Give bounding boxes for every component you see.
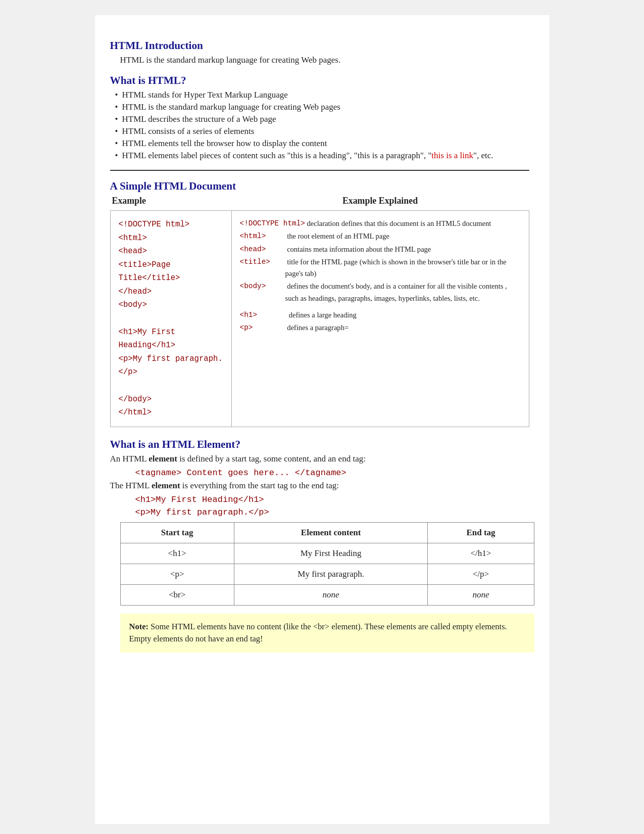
explain-code-body: <body> [240, 281, 285, 292]
element-para2-end: is everything from the start tag to the … [180, 481, 339, 490]
section-divider [110, 170, 529, 171]
code-line-1: <!DOCTYPE html> [119, 218, 223, 231]
table-cell-content-br: none [234, 584, 428, 605]
code-line-6: <body> [119, 298, 223, 312]
table-cell-end-p: </p> [428, 564, 534, 584]
explain-text-title: title for the HTML page (which is shown … [285, 256, 521, 280]
element-para1-start: An HTML [110, 454, 149, 464]
element-code-p: <p>My first paragraph.</p> [135, 507, 529, 517]
element-para2: The HTML element is everything from the … [110, 481, 529, 491]
explain-code-html: <html> [240, 230, 285, 242]
example-label: Example [110, 196, 231, 206]
code-line-9: </body> [119, 393, 223, 406]
explain-code-p: <p> [240, 322, 285, 334]
explained-label: Example Explained [231, 196, 529, 206]
note-box: Note: Some HTML elements have no content… [120, 614, 534, 653]
list-item: HTML stands for Hyper Text Markup Langua… [115, 90, 529, 100]
table-cell-start-h1: <h1> [120, 543, 234, 564]
list-item: HTML is the standard markup language for… [115, 102, 529, 112]
explain-text-head: contains meta information about the HTML… [285, 244, 431, 255]
explain-text-html: the root element of an HTML page [285, 230, 389, 242]
code-line-7: <h1>My First Heading</h1> [119, 326, 223, 352]
table-header-end: End tag [428, 522, 534, 543]
inline-link[interactable]: this is a link [431, 151, 473, 160]
explain-row-h1: <h1> defines a large heading [240, 309, 521, 321]
explain-text-body-main: defines the document's body, and is a co… [285, 281, 507, 292]
main-heading: HTML Introduction [110, 39, 529, 52]
code-line-blank1 [119, 312, 223, 326]
example-header: Example Example Explained [110, 196, 529, 206]
explain-row-p: <p> defines a paragraph= [240, 322, 521, 334]
table-cell-end-h1: </h1> [428, 543, 534, 564]
html-bullet-list: HTML stands for Hyper Text Markup Langua… [115, 90, 529, 161]
explain-text-body-indent: such as headings, paragraphs, images, hy… [285, 293, 521, 304]
code-line-3: <head> [119, 245, 223, 258]
element-table: Start tag Element content End tag <h1> M… [120, 522, 534, 606]
none-italic-1: none [323, 590, 339, 599]
what-is-html-heading: What is HTML? [110, 74, 529, 87]
list-item: HTML describes the structure of a Web pa… [115, 114, 529, 124]
table-row: <h1> My First Heading </h1> [120, 543, 534, 564]
html-element-section: What is an HTML Element? An HTML element… [110, 438, 529, 653]
code-line-5: </head> [119, 285, 223, 299]
element-heading: What is an HTML Element? [110, 438, 529, 451]
table-header-row: Start tag Element content End tag [120, 522, 534, 543]
note-text: Some HTML elements have no content (like… [129, 622, 507, 644]
explain-row-head: <head> contains meta information about t… [240, 244, 521, 255]
element-bold2: element [152, 481, 180, 490]
code-line-8: <p>My first paragraph.</p> [119, 352, 223, 379]
table-header-start: Start tag [120, 522, 234, 543]
code-line-2: <html> [119, 231, 223, 245]
intro-paragraph: HTML is the standard markup language for… [120, 55, 529, 65]
simple-doc-section: A Simple HTML Document Example Example E… [110, 180, 529, 427]
element-para1: An HTML element is defined by a start ta… [110, 454, 529, 464]
element-para2-start: The HTML [110, 481, 152, 490]
table-cell-start-br: <br> [120, 584, 234, 605]
code-line-4: <title>Page Title</title> [119, 258, 223, 285]
explain-row-body: <body> defines the document's body, and … [240, 281, 521, 304]
list-item: HTML consists of a series of elements [115, 126, 529, 136]
table-header-content: Element content [234, 522, 428, 543]
explain-code-head: <head> [240, 244, 285, 255]
table-cell-content-h1: My First Heading [234, 543, 428, 564]
none-italic-2: none [472, 590, 489, 599]
list-item-last: HTML elements label pieces of content su… [115, 151, 529, 161]
explain-column: <!DOCTYPE html> declaration defines that… [232, 211, 529, 427]
element-bold1: element [148, 454, 177, 464]
explain-text-doctype: declaration defines that this document i… [305, 218, 491, 229]
explain-text-h1: defines a large heading [285, 309, 357, 321]
element-para1-end: is defined by a start tag, some content,… [177, 454, 366, 464]
note-label: Note: [129, 622, 148, 631]
table-cell-start-p: <p> [120, 564, 234, 584]
explain-code-title: <title> [240, 256, 285, 268]
element-code-example: <tagname> Content goes here... </tagname… [135, 468, 529, 478]
table-row: <p> My first paragraph. </p> [120, 564, 534, 584]
explain-code-h1: <h1> [240, 309, 285, 321]
table-cell-content-p: My first paragraph. [234, 564, 428, 584]
code-column: <!DOCTYPE html> <html> <head> <title>Pag… [111, 211, 232, 427]
table-cell-end-br: none [428, 584, 534, 605]
explain-row-html: <html> the root element of an HTML page [240, 230, 521, 242]
explain-code-doctype: <!DOCTYPE html> [240, 218, 305, 229]
list-item: HTML elements tell the browser how to di… [115, 138, 529, 149]
explain-text-p: defines a paragraph= [285, 322, 349, 334]
explain-row-doctype: <!DOCTYPE html> declaration defines that… [240, 218, 521, 229]
example-columns: <!DOCTYPE html> <html> <head> <title>Pag… [110, 210, 529, 427]
explain-row-title: <title> title for the HTML page (which i… [240, 256, 521, 280]
code-line-blank2 [119, 379, 223, 393]
code-line-10: </html> [119, 406, 223, 420]
table-row: <br> none none [120, 584, 534, 605]
simple-doc-heading: A Simple HTML Document [110, 180, 529, 193]
element-code-h1: <h1>My First Heading</h1> [135, 495, 529, 504]
